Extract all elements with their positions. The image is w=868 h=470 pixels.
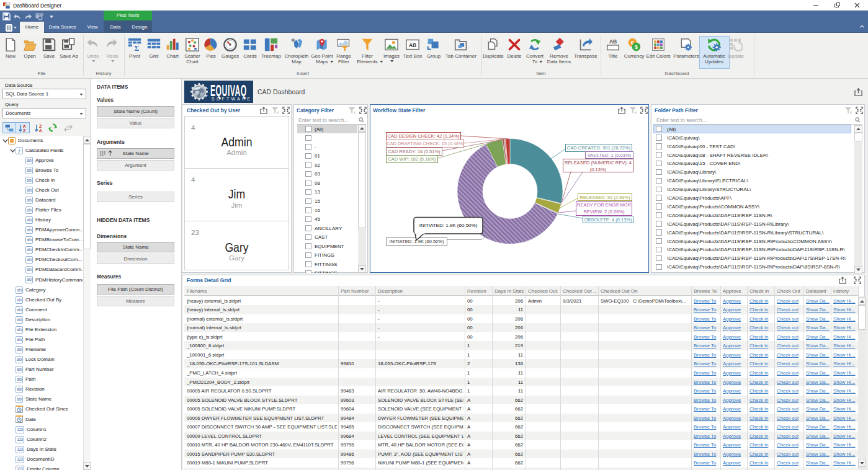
svg-text:A: A (39, 128, 42, 132)
svg-text:Z: Z (39, 124, 42, 128)
svg-text:Z: Z (23, 128, 26, 132)
svg-text:A: A (23, 124, 26, 128)
svg-text:AB: AB (609, 38, 617, 45)
svg-text:AB: AB (409, 42, 416, 48)
svg-text:$: $ (635, 44, 638, 50)
svg-text:Σ: Σ (135, 44, 140, 51)
